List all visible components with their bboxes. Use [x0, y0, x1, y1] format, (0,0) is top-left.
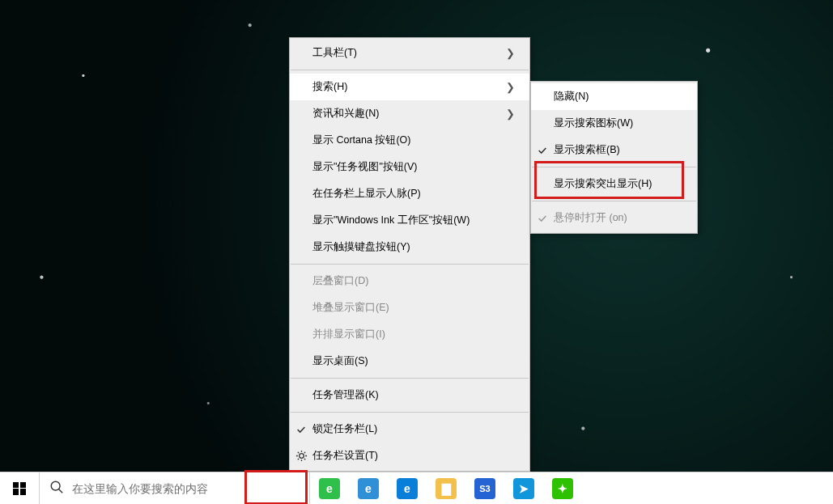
- taskbar-app-edge[interactable]: e: [388, 472, 427, 504]
- app-icon: ➤: [513, 478, 534, 499]
- menu-separator: [291, 412, 529, 413]
- submenu-item-hidden[interactable]: 隐藏(N): [531, 83, 697, 110]
- menu-item-label: 堆叠显示窗口(E): [312, 301, 515, 315]
- taskbar-search-box[interactable]: [39, 472, 310, 504]
- windows-logo-icon: [13, 482, 26, 495]
- taskbar: e e e ▇ S3 ➤ ✦: [0, 472, 833, 504]
- menu-item-label: 在任务栏上显示人脉(P): [312, 187, 515, 201]
- chevron-right-icon: ❯: [504, 108, 515, 120]
- menu-separator: [291, 378, 529, 379]
- menu-item-label: 悬停时打开 (on): [554, 211, 682, 225]
- submenu-item-show-highlight[interactable]: 显示搜索突出显示(H): [531, 171, 697, 197]
- taskbar-context-menu: 工具栏(T) ❯ 搜索(H) ❯ 资讯和兴趣(N) ❯ 显示 Cortana 按…: [289, 37, 530, 472]
- menu-item-task-manager[interactable]: 任务管理器(K): [290, 382, 529, 409]
- chevron-right-icon: ❯: [504, 81, 515, 93]
- menu-item-label: 搜索(H): [312, 80, 504, 94]
- search-input[interactable]: [72, 482, 300, 495]
- taskbar-app-browser-360[interactable]: e: [310, 472, 349, 504]
- menu-item-label: 资讯和兴趣(N): [312, 107, 504, 121]
- menu-item-show-desktop[interactable]: 显示桌面(S): [290, 348, 529, 375]
- check-icon: [290, 424, 312, 435]
- app-icon: e: [358, 478, 379, 499]
- svg-point-0: [299, 454, 304, 459]
- app-icon: e: [397, 478, 418, 499]
- menu-item-show-ink[interactable]: 显示"Windows Ink 工作区"按钮(W): [290, 207, 529, 234]
- taskbar-app-blue[interactable]: ➤: [504, 472, 543, 504]
- submenu-item-show-box[interactable]: 显示搜索框(B): [531, 137, 697, 163]
- menu-item-lock-taskbar[interactable]: 锁定任务栏(L): [290, 416, 529, 443]
- menu-item-label: 显示搜索突出显示(H): [554, 177, 682, 191]
- menu-item-show-people[interactable]: 在任务栏上显示人脉(P): [290, 180, 529, 207]
- app-icon: e: [319, 478, 340, 499]
- menu-item-label: 显示搜索框(B): [554, 143, 682, 157]
- menu-item-label: 显示"任务视图"按钮(V): [312, 160, 515, 174]
- menu-separator: [291, 70, 529, 70]
- menu-item-show-taskview[interactable]: 显示"任务视图"按钮(V): [290, 154, 529, 180]
- search-submenu: 隐藏(N) 显示搜索图标(W) 显示搜索框(B) 显示搜索突出显示(H) 悬停时…: [530, 81, 698, 234]
- submenu-item-open-on-hover: 悬停时打开 (on): [531, 205, 697, 231]
- menu-separator: [291, 264, 529, 265]
- menu-item-show-touch-keyboard[interactable]: 显示触摸键盘按钮(Y): [290, 234, 529, 260]
- menu-item-label: 锁定任务栏(L): [312, 422, 515, 436]
- gear-icon: [290, 450, 312, 462]
- menu-item-show-cortana[interactable]: 显示 Cortana 按钮(O): [290, 127, 529, 154]
- taskbar-app-wechat[interactable]: ✦: [543, 472, 582, 504]
- taskbar-app-ie[interactable]: e: [349, 472, 388, 504]
- app-icon: S3: [474, 478, 495, 499]
- menu-item-label: 显示触摸键盘按钮(Y): [312, 240, 515, 254]
- menu-item-cascade: 层叠窗口(D): [290, 268, 529, 294]
- menu-item-taskbar-settings[interactable]: 任务栏设置(T): [290, 443, 529, 469]
- menu-item-stacked: 堆叠显示窗口(E): [290, 294, 529, 321]
- menu-item-side-by-side: 并排显示窗口(I): [290, 321, 529, 348]
- menu-item-label: 显示搜索图标(W): [554, 116, 682, 130]
- menu-item-news-interests[interactable]: 资讯和兴趣(N) ❯: [290, 100, 529, 127]
- menu-separator: [532, 167, 696, 167]
- check-icon: [531, 145, 554, 156]
- menu-item-label: 显示"Windows Ink 工作区"按钮(W): [312, 214, 515, 227]
- menu-item-label: 显示桌面(S): [312, 354, 515, 368]
- menu-item-label: 隐藏(N): [554, 90, 682, 104]
- check-icon: [531, 213, 554, 224]
- taskbar-app-s3[interactable]: S3: [465, 472, 504, 504]
- taskbar-pinned-apps: e e e ▇ S3 ➤ ✦: [310, 472, 582, 504]
- chevron-right-icon: ❯: [504, 47, 515, 59]
- menu-item-label: 显示 Cortana 按钮(O): [312, 133, 515, 147]
- svg-point-1: [51, 481, 60, 490]
- taskbar-app-file-explorer[interactable]: ▇: [427, 472, 465, 504]
- app-icon: ▇: [436, 478, 457, 499]
- menu-item-label: 任务栏设置(T): [312, 449, 515, 463]
- start-button[interactable]: [0, 472, 39, 504]
- svg-line-2: [59, 489, 63, 493]
- app-icon: ✦: [552, 478, 573, 499]
- menu-item-search[interactable]: 搜索(H) ❯: [290, 74, 529, 100]
- search-icon: [49, 480, 64, 498]
- menu-item-label: 层叠窗口(D): [312, 274, 515, 288]
- menu-item-label: 任务管理器(K): [312, 388, 515, 402]
- menu-separator: [532, 201, 696, 201]
- menu-item-toolbars[interactable]: 工具栏(T) ❯: [290, 40, 529, 66]
- menu-item-label: 工具栏(T): [312, 46, 504, 60]
- submenu-item-show-icon[interactable]: 显示搜索图标(W): [531, 110, 697, 137]
- menu-item-label: 并排显示窗口(I): [312, 328, 515, 341]
